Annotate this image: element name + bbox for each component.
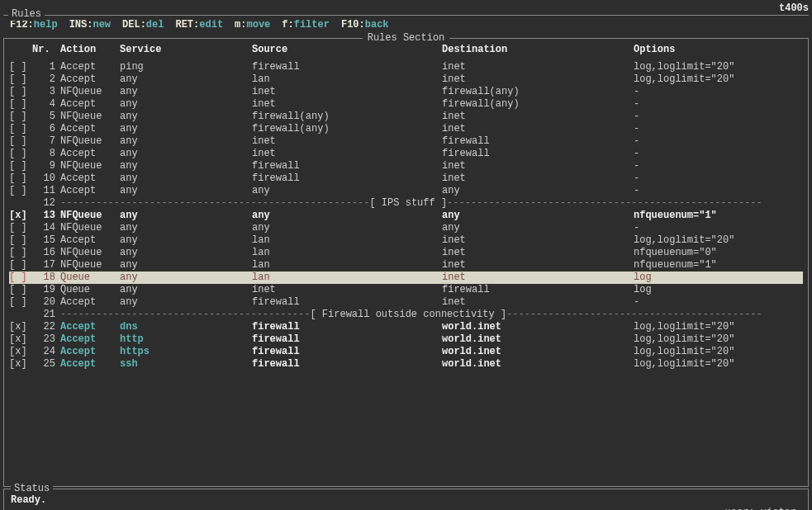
rule-source: inet — [252, 86, 442, 98]
rule-options: - — [634, 98, 803, 111]
rule-source: inet — [252, 148, 442, 160]
rule-source: lan — [252, 259, 442, 272]
rule-nr: 10 — [32, 172, 60, 185]
table-row[interactable]: [ ]19Queueanyinetfirewalllog — [9, 284, 803, 296]
rule-options: - — [634, 222, 803, 234]
table-row[interactable]: [ ]2Acceptanylaninetlog,loglimit="20" — [9, 73, 803, 86]
col-options: Options — [634, 44, 803, 56]
rule-checkbox[interactable]: [ ] — [9, 73, 32, 86]
rule-checkbox[interactable]: [ ] — [9, 172, 32, 185]
rule-nr: 17 — [32, 259, 60, 272]
rule-source: lan — [252, 234, 442, 247]
rule-checkbox[interactable]: [ ] — [9, 234, 32, 247]
table-header: Nr. Action Service Source Destination Op… — [9, 44, 803, 61]
rule-source: firewall — [252, 160, 442, 172]
table-row[interactable]: [ ]3NFQueueanyinetfirewall(any)- — [9, 86, 803, 98]
rule-service: ping — [120, 61, 252, 73]
rule-nr: 16 — [32, 247, 60, 259]
rule-checkbox[interactable]: [ ] — [9, 98, 32, 111]
rule-nr: 11 — [32, 185, 60, 197]
table-row[interactable]: [ ]17NFQueueanylaninetnfqueuenum="1" — [9, 259, 803, 272]
rule-action: NFQueue — [60, 160, 120, 172]
table-row[interactable]: [ ]16NFQueueanylaninetnfqueuenum="0" — [9, 247, 803, 259]
rule-checkbox[interactable]: [ ] — [9, 135, 32, 148]
rule-nr: 25 — [32, 358, 60, 371]
table-row[interactable]: [x]13NFQueueanyanyanynfqueuenum="1" — [9, 210, 803, 222]
rule-source: inet — [252, 284, 442, 296]
rule-options: log,loglimit="20" — [634, 321, 803, 333]
rule-service: any — [120, 73, 252, 86]
rule-checkbox[interactable]: [ ] — [9, 272, 32, 284]
rule-checkbox[interactable]: [x] — [9, 346, 32, 358]
table-row[interactable]: [x]25Acceptsshfirewallworld.inetlog,logl… — [9, 358, 803, 371]
rule-checkbox[interactable]: [ ] — [9, 284, 32, 296]
rule-checkbox[interactable]: [ ] — [9, 61, 32, 73]
table-row[interactable]: [ ]11Acceptanyanyany- — [9, 185, 803, 197]
table-row[interactable]: [ ]20Acceptanyfirewallinet- — [9, 296, 803, 309]
status-frame: Status Ready. user: victor — [3, 489, 809, 510]
rule-checkbox[interactable]: [x] — [9, 321, 32, 333]
rule-service: https — [120, 346, 252, 358]
rule-checkbox[interactable]: [ ] — [9, 123, 32, 135]
rule-checkbox[interactable]: [x] — [9, 358, 32, 371]
rule-nr: 1 — [32, 61, 60, 73]
rule-service: any — [120, 272, 252, 284]
table-row[interactable]: [ ]8Acceptanyinetfirewall- — [9, 148, 803, 160]
table-row[interactable]: [ ]7NFQueueanyinetfirewall- — [9, 135, 803, 148]
rule-destination: inet — [442, 73, 634, 86]
rule-options: log,loglimit="20" — [634, 346, 803, 358]
table-row[interactable]: [x]24Accepthttpsfirewallworld.inetlog,lo… — [9, 346, 803, 358]
rule-checkbox[interactable]: [ ] — [9, 185, 32, 197]
rule-destination: inet — [442, 234, 634, 247]
keybar-action: edit — [199, 19, 223, 31]
rule-checkbox[interactable]: [ ] — [9, 222, 32, 234]
rule-nr: 5 — [32, 111, 60, 123]
rule-checkbox[interactable]: [x] — [9, 210, 32, 222]
rule-checkbox[interactable]: [x] — [9, 333, 32, 346]
rules-section-frame: Rules Section Nr. Action Service Source … — [3, 38, 809, 487]
rules-table[interactable]: Nr. Action Service Source Destination Op… — [4, 39, 808, 374]
rule-checkbox[interactable]: [ ] — [9, 296, 32, 309]
table-row[interactable]: [x]23Accepthttpfirewallworld.inetlog,log… — [9, 333, 803, 346]
rule-checkbox[interactable]: [ ] — [9, 86, 32, 98]
rule-source: any — [252, 185, 442, 197]
rule-options: nfqueuenum="1" — [634, 210, 803, 222]
table-row[interactable]: [x]22Acceptdnsfirewallworld.inetlog,logl… — [9, 321, 803, 333]
table-row[interactable]: [ ]18Queueanylaninetlog — [9, 272, 803, 284]
rule-action: Accept — [60, 98, 120, 111]
hostname-label: t400s — [779, 2, 809, 15]
keybar-key: f: — [282, 19, 293, 31]
rule-action: NFQueue — [60, 247, 120, 259]
rule-destination: inet — [442, 272, 634, 284]
table-row[interactable]: [ ]4Acceptanyinetfirewall(any)- — [9, 98, 803, 111]
rule-options: log,loglimit="20" — [634, 358, 803, 371]
keybar-action: new — [93, 19, 111, 31]
table-row[interactable]: [ ]1Acceptpingfirewallinetlog,loglimit="… — [9, 61, 803, 73]
rule-options: nfqueuenum="0" — [634, 247, 803, 259]
rule-action: Queue — [60, 272, 120, 284]
rule-action: NFQueue — [60, 111, 120, 123]
table-row[interactable]: [ ]9NFQueueanyfirewallinet- — [9, 160, 803, 172]
rule-options: - — [634, 86, 803, 98]
table-row[interactable]: [ ]14NFQueueanyanyany- — [9, 222, 803, 234]
table-row[interactable]: [ ]5NFQueueanyfirewall(any)inet- — [9, 111, 803, 123]
rule-checkbox[interactable]: [ ] — [9, 160, 32, 172]
rule-source: lan — [252, 247, 442, 259]
rule-checkbox[interactable]: [ ] — [9, 259, 32, 272]
table-row[interactable]: [ ]10Acceptanyfirewallinet- — [9, 172, 803, 185]
rule-service: any — [120, 247, 252, 259]
rule-action: Accept — [60, 172, 120, 185]
rule-action: Queue — [60, 284, 120, 296]
rule-service: any — [120, 135, 252, 148]
rule-destination: inet — [442, 296, 634, 309]
rule-checkbox[interactable]: [ ] — [9, 247, 32, 259]
table-row[interactable]: [ ]6Acceptanyfirewall(any)inet- — [9, 123, 803, 135]
table-row[interactable]: [ ]15Acceptanylaninetlog,loglimit="20" — [9, 234, 803, 247]
rule-action: Accept — [60, 296, 120, 309]
rule-checkbox[interactable]: [ ] — [9, 111, 32, 123]
keybar: F12:helpINS:newDEL:delRET:editm:movef:fi… — [3, 15, 809, 33]
rule-destination: world.inet — [442, 358, 634, 371]
rule-service: dns — [120, 321, 252, 333]
rule-checkbox[interactable]: [ ] — [9, 148, 32, 160]
rule-nr: 3 — [32, 86, 60, 98]
